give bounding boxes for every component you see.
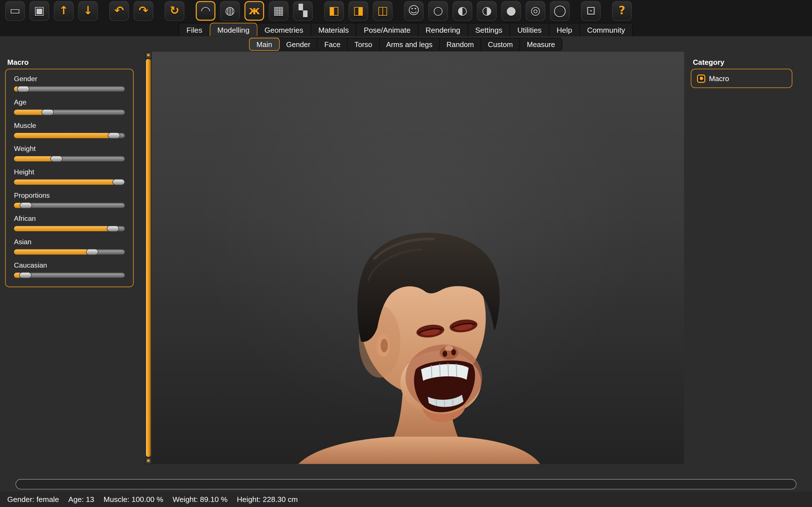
sub-tab-bar: MainGenderFaceTorsoArms and legsRandomCu… <box>0 37 812 51</box>
slider-track-gender[interactable] <box>14 87 125 92</box>
symmetry-toggle-icon-glyph: ◫ <box>377 5 388 16</box>
maintab-rendering[interactable]: Rendering <box>418 23 468 36</box>
category-radio-macro[interactable] <box>697 74 705 82</box>
viewport[interactable] <box>145 52 684 464</box>
app-window: ▭▣↑↓↶↷↻◠◍ж▦▚◧◨◫☺○◐◑●◎◯⊡? FilesModellingG… <box>0 0 812 507</box>
category-options: Macro <box>691 69 792 88</box>
zoom-slider-track[interactable] <box>146 59 151 457</box>
screenshot-icon[interactable]: ⊡ <box>581 1 601 21</box>
viewport-zoom-slider[interactable] <box>145 52 152 464</box>
progress-bar <box>15 479 797 490</box>
zoom-cap-dot-icon <box>147 54 150 56</box>
model-figure[interactable] <box>152 52 684 464</box>
export-model-icon-glyph: ↓ <box>83 5 93 16</box>
wireframe-view-icon-glyph: ◍ <box>225 5 235 16</box>
left-view-icon[interactable]: ◐ <box>453 1 472 21</box>
maintab-pose-animate[interactable]: Pose/Animate <box>356 23 418 36</box>
import-model-icon[interactable]: ↑ <box>54 1 73 21</box>
slider-handle-proportions[interactable] <box>20 202 33 209</box>
subtab-arms-and-legs[interactable]: Arms and legs <box>379 38 440 50</box>
help-icon[interactable]: ? <box>612 1 632 21</box>
slider-track-muscle[interactable] <box>14 133 125 138</box>
slider-group-weight: Weight <box>14 145 125 161</box>
body-view-icon[interactable]: ◎ <box>525 1 545 21</box>
slider-label-height: Height <box>14 168 125 176</box>
model-nose-highlight <box>445 346 453 351</box>
symmetry-toggle-icon[interactable]: ◫ <box>373 1 393 21</box>
maintab-geometries[interactable]: Geometries <box>257 23 311 36</box>
grid-view-icon[interactable]: ▦ <box>269 1 289 21</box>
symmetry-right-icon[interactable]: ◨ <box>349 1 368 21</box>
3d-view[interactable] <box>152 52 684 464</box>
left-view-icon-glyph: ◐ <box>458 5 467 16</box>
main-tab-bar: FilesModellingGeometriesMaterialsPose/An… <box>0 22 812 36</box>
orbit-camera-icon[interactable]: ◯ <box>550 1 570 21</box>
slider-track-height[interactable] <box>14 179 125 184</box>
pose-mode-icon[interactable]: ж <box>245 1 264 21</box>
symmetry-left-icon[interactable]: ◧ <box>324 1 344 21</box>
save-model-icon-glyph: ▣ <box>34 5 45 16</box>
maintab-community[interactable]: Community <box>579 23 633 36</box>
smooth-view-icon[interactable]: ◠ <box>196 1 215 21</box>
slider-handle-asian[interactable] <box>86 249 98 255</box>
slider-track-age[interactable] <box>14 110 125 115</box>
subtab-measure[interactable]: Measure <box>520 38 562 50</box>
symmetry-right-icon-glyph: ◨ <box>353 5 364 16</box>
category-option-label: Macro <box>709 74 729 82</box>
maintab-files[interactable]: Files <box>179 23 210 36</box>
slider-group-muscle: Muscle <box>14 122 125 138</box>
slider-handle-gender[interactable] <box>17 86 29 92</box>
save-model-icon[interactable]: ▣ <box>30 1 49 21</box>
slider-track-african[interactable] <box>14 226 125 231</box>
slider-handle-caucasian[interactable] <box>19 272 31 278</box>
zoom-cap-dot-icon <box>147 459 150 462</box>
zoom-slider-bottom-cap[interactable] <box>145 457 152 464</box>
background-toggle-icon[interactable]: ▚ <box>293 1 313 21</box>
smooth-view-icon-glyph: ◠ <box>201 5 211 16</box>
right-view-icon[interactable]: ◑ <box>477 1 497 21</box>
macro-panel-title: Macro <box>7 58 134 66</box>
grid-view-icon-glyph: ▦ <box>273 5 284 16</box>
subtab-main[interactable]: Main <box>249 38 280 50</box>
category-panel: Category Macro <box>691 58 792 88</box>
status-segment: Gender: female <box>7 495 59 503</box>
maintab-modelling[interactable]: Modelling <box>209 23 257 36</box>
wireframe-view-icon[interactable]: ◍ <box>220 1 240 21</box>
global-camera-icon[interactable]: ● <box>501 1 521 21</box>
slider-label-asian: Asian <box>14 238 125 246</box>
model-shoulders <box>298 437 540 464</box>
subtab-custom[interactable]: Custom <box>481 38 520 50</box>
maintab-utilities[interactable]: Utilities <box>510 23 550 36</box>
undo-icon[interactable]: ↶ <box>109 1 129 21</box>
slider-handle-muscle[interactable] <box>107 132 120 138</box>
slider-label-age: Age <box>14 98 125 106</box>
reload-icon[interactable]: ↻ <box>165 1 185 21</box>
new-model-icon[interactable]: ▭ <box>5 1 25 21</box>
slider-handle-weight[interactable] <box>50 156 63 162</box>
redo-icon-glyph: ↷ <box>139 5 148 16</box>
slider-handle-age[interactable] <box>42 109 54 115</box>
macro-sliders: GenderAgeMuscleWeightHeightProportionsAf… <box>5 69 134 287</box>
slider-handle-height[interactable] <box>112 179 125 185</box>
slider-track-caucasian[interactable] <box>14 273 125 278</box>
slider-fill-asian <box>14 249 95 255</box>
subtab-random[interactable]: Random <box>439 38 481 50</box>
model-nostril <box>442 351 447 357</box>
subtab-face[interactable]: Face <box>317 38 348 50</box>
slider-label-african: African <box>14 215 125 223</box>
export-model-icon[interactable]: ↓ <box>78 1 98 21</box>
face-view-icon[interactable]: ☺ <box>404 1 424 21</box>
subtab-torso[interactable]: Torso <box>347 38 379 50</box>
subtab-gender[interactable]: Gender <box>279 38 317 50</box>
maintab-materials[interactable]: Materials <box>310 23 356 36</box>
redo-icon[interactable]: ↷ <box>134 1 153 21</box>
zoom-slider-top-cap[interactable] <box>145 52 152 59</box>
slider-track-proportions[interactable] <box>14 203 125 208</box>
maintab-help[interactable]: Help <box>549 23 580 36</box>
slider-track-asian[interactable] <box>14 249 125 255</box>
slider-group-proportions: Proportions <box>14 191 125 208</box>
slider-handle-african[interactable] <box>107 226 119 232</box>
slider-track-weight[interactable] <box>14 156 125 161</box>
maintab-settings[interactable]: Settings <box>467 23 510 36</box>
top-view-icon[interactable]: ○ <box>428 1 448 21</box>
